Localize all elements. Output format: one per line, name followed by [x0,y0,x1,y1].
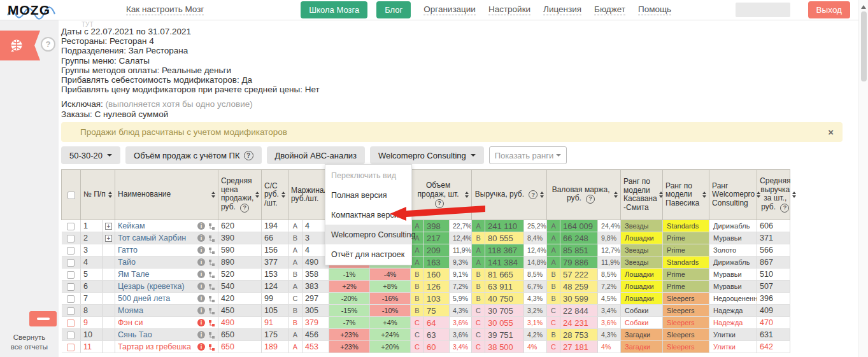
dish-link[interactable]: Тот самый Харбин [118,234,197,242]
info-icon[interactable]: i [197,319,205,326]
sort-icon[interactable] [702,192,706,198]
info-icon[interactable]: i [197,234,205,242]
gross-margin-percent-cell: 7,2% [598,281,621,293]
school-button[interactable]: Школа Мозга [301,1,367,18]
info-icon[interactable]: i [197,307,205,314]
sort-icon[interactable] [281,192,285,198]
row-checkbox[interactable] [67,332,75,339]
blog-button[interactable]: Блог [376,1,411,18]
sort-icon[interactable] [255,192,259,198]
column-header[interactable]: С/С руб. /шт. [262,170,288,220]
hierarchy-icon[interactable] [208,271,215,278]
margin-value-cell: 305 [302,305,329,317]
row-checkbox[interactable] [67,235,75,242]
info-icon[interactable]: i [197,343,205,351]
info-icon[interactable]: i [197,295,205,302]
info-icon[interactable]: i [197,283,205,290]
row-checkbox[interactable] [67,283,75,291]
scroll-up-icon[interactable] [861,5,866,9]
expand-icon[interactable]: + [105,223,112,230]
row-checkbox[interactable] [67,319,75,327]
nav-link-setup[interactable]: Как настроить Мозг [126,4,204,15]
row-checkbox[interactable] [67,247,75,255]
sort-icon[interactable] [540,192,544,198]
dish-link[interactable]: Фэн си [118,318,197,327]
table-row: 11Тартар из гребешкаi650189A453+23%+20%C… [62,341,790,353]
column-header[interactable]: Наименование [115,170,218,220]
row-checkbox[interactable] [67,307,75,315]
row-checkbox[interactable] [67,259,75,267]
dish-link[interactable]: Тартар из гребешка [118,342,197,351]
collapse-all-button[interactable] [29,311,57,326]
hierarchy-icon[interactable] [208,235,215,242]
alert-close-icon[interactable]: × [828,127,834,137]
sort-icon[interactable] [465,192,469,198]
hierarchy-icon[interactable] [208,307,215,314]
question-icon[interactable]: ? [780,204,789,213]
hierarchy-icon[interactable] [208,259,215,266]
info-icon[interactable]: i [197,270,205,278]
nav-link-help[interactable]: Помощь [638,4,671,15]
sort-icon[interactable] [659,192,663,198]
logout-button[interactable]: Выход [808,1,850,18]
question-icon[interactable]: ? [586,195,595,204]
question-icon: ? [244,151,253,160]
row-checkbox[interactable] [67,223,75,230]
preset-dropdown-button[interactable]: 50-30-20 [61,146,120,164]
dish-link[interactable]: Гатто [118,246,197,255]
column-header[interactable]: Маржинальность, руб./шт. [288,170,329,220]
hierarchy-icon[interactable] [208,295,215,302]
dish-link[interactable]: Тайо [118,258,197,267]
nav-link-budget[interactable]: Бюджет [594,4,625,15]
scrollbar-thumb[interactable] [861,11,867,81]
info-icon[interactable]: i [197,258,205,266]
hierarchy-icon[interactable] [208,332,215,339]
hierarchy-icon[interactable] [208,223,215,230]
hierarchy-icon[interactable] [208,283,215,290]
expand-icon[interactable]: + [105,235,112,242]
show-ranks-select[interactable]: Показать ранги [489,146,567,164]
column-header[interactable]: Ранг по модели Павесика [663,170,709,220]
nav-link-organizations[interactable]: Организации [423,4,476,15]
view-dropdown-button[interactable]: Welcomepro Consulting [370,146,484,164]
dish-link[interactable]: Цезарь (креветка) [118,282,197,291]
page-scrollbar[interactable] [858,0,868,357]
sort-icon[interactable] [792,192,796,198]
hierarchy-icon[interactable] [208,319,215,326]
row-checkbox[interactable] [67,271,75,279]
volume-with-pk-button[interactable]: Объём продаж с учётом ПК? [125,146,262,164]
help-circle-icon[interactable]: ? [41,37,55,52]
menu-item-full-version[interactable]: Полная версия [325,185,411,205]
column-header[interactable]: Средняя цена продажи, руб. ? [218,170,262,220]
column-header[interactable]: Валовая маржа, руб. ? [547,170,621,220]
report-ribbon[interactable] [0,31,40,60]
hierarchy-icon[interactable] [208,247,215,254]
row-checkbox[interactable] [67,344,75,351]
dish-link[interactable]: Кейкам [118,221,197,230]
column-header[interactable]: Ранг Welcomepro Consulting [709,170,757,220]
column-header[interactable]: № П/п [81,170,115,220]
dish-link[interactable]: 500 дней лета [118,294,197,303]
info-icon[interactable]: i [197,222,205,230]
info-icon[interactable]: i [197,246,205,254]
mozg-logo[interactable]: MOZG [8,3,57,18]
nav-link-settings[interactable]: Настройки [488,4,530,15]
info-icon[interactable]: i [197,331,205,339]
menu-item-settings-report[interactable]: Отчёт для настроек [325,244,411,264]
sort-icon[interactable] [211,192,215,198]
question-icon[interactable]: ? [240,204,249,213]
sort-icon[interactable] [108,192,112,198]
select-all-checkbox[interactable] [68,192,75,199]
row-checkbox[interactable] [67,295,75,303]
double-abc-button[interactable]: Двойной АВС-анализ [267,146,365,164]
menu-item-welcomepro[interactable]: Welcomepro Consulting [325,225,411,244]
dish-link[interactable]: Ям Тале [118,270,197,279]
dish-link[interactable]: Мояма [118,306,197,315]
hierarchy-icon[interactable] [208,344,215,351]
dish-link[interactable]: Сянь Тао [118,330,197,339]
question-icon[interactable]: ? [529,190,537,199]
nav-link-license[interactable]: Лицензия [543,4,581,15]
sort-icon[interactable] [614,192,618,198]
column-header[interactable]: Ранг по модели Касавана -Смита [621,170,663,220]
column-header[interactable]: Средняя выручка за шт., руб. ? [757,170,790,220]
